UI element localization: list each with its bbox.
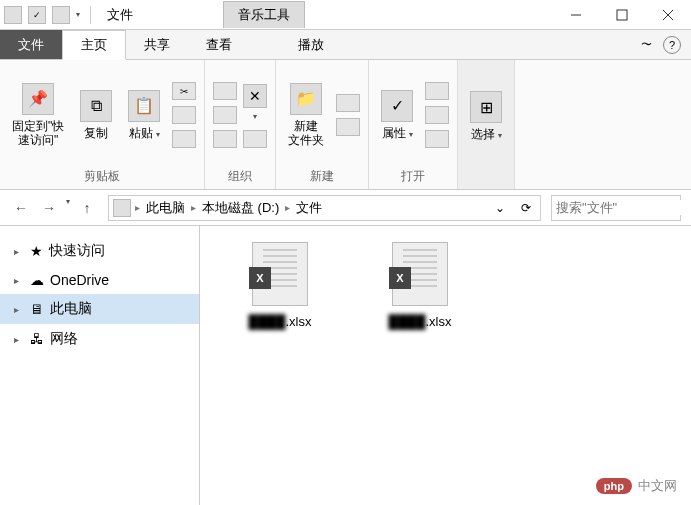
window-controls [553,0,691,30]
chevron-right-icon[interactable]: ▸ [14,246,24,257]
group-organize: ✕ ▾ 组织 [205,60,276,189]
easy-access-icon[interactable] [336,118,360,136]
group-label-organize: 组织 [228,164,252,185]
history-icon[interactable] [425,130,449,148]
ribbon-collapse-icon[interactable]: 〜 [639,38,653,52]
excel-file-icon: X [252,242,308,306]
help-button[interactable]: ? [663,36,681,54]
edit-icon[interactable] [425,106,449,124]
tab-file[interactable]: 文件 [0,30,62,59]
back-button[interactable]: ← [10,197,32,219]
search-box[interactable]: 🔍 [551,195,681,221]
window-title: 文件 [107,6,133,24]
address-dropdown-icon[interactable]: ⌄ [490,198,510,218]
pin-icon: 📌 [22,83,54,115]
chevron-right-icon[interactable]: ▸ [14,334,24,345]
copy-button[interactable]: ⧉ 复制 [76,88,116,142]
svg-rect-1 [617,10,627,20]
qat-checkbox-icon[interactable]: ✓ [28,6,46,24]
file-item[interactable]: X ████.xlsx [230,242,330,330]
excel-badge-icon: X [249,267,271,289]
file-name: ████ [249,314,286,329]
group-label-clipboard: 剪贴板 [84,164,120,185]
sidebar-item-network[interactable]: ▸ 🖧 网络 [0,324,199,354]
group-open: ✓ 属性 ▾ 打开 [369,60,458,189]
group-select: ⊞ 选择 ▾ [458,60,515,189]
excel-file-icon: X [392,242,448,306]
watermark: php 中文网 [596,477,677,495]
forward-button[interactable]: → [38,197,60,219]
file-ext: .xlsx [285,314,311,329]
properties-button[interactable]: ✓ 属性 ▾ [377,88,417,142]
delete-icon: ✕ [243,84,267,108]
folder-icon[interactable] [4,6,22,24]
open-icon[interactable] [425,82,449,100]
qat-item-icon[interactable] [52,6,70,24]
tab-view[interactable]: 查看 [188,30,250,59]
move-to-icon[interactable] [213,82,237,100]
group-label-new: 新建 [310,164,334,185]
ribbon-tabs: 文件 主页 共享 查看 播放 〜 ? [0,30,691,60]
crumb-drive[interactable]: 本地磁盘 (D:) [200,199,281,217]
paste-icon: 📋 [128,90,160,122]
copy-path-icon[interactable] [172,106,196,124]
paste-shortcut-icon[interactable] [172,130,196,148]
file-list[interactable]: X ████.xlsx X ████.xlsx [200,226,691,505]
crumb-folder[interactable]: 文件 [294,199,324,217]
delete-button[interactable]: ✕ ▾ [243,82,267,124]
tab-play[interactable]: 播放 [280,30,342,59]
maximize-icon [616,9,628,21]
maximize-button[interactable] [599,0,645,30]
properties-icon: ✓ [381,90,413,122]
group-label-open: 打开 [401,164,425,185]
pin-button[interactable]: 📌 固定到"快 速访问" [8,81,68,150]
chevron-right-icon[interactable]: ▸ [191,202,196,213]
qat-dropdown-icon[interactable]: ▾ [76,10,80,19]
organize-misc-icon[interactable] [243,130,267,148]
new-folder-button[interactable]: 📁 新建 文件夹 [284,81,328,150]
tab-share[interactable]: 共享 [126,30,188,59]
crumb-pc[interactable]: 此电脑 [144,199,187,217]
ribbon: 📌 固定到"快 速访问" ⧉ 复制 📋 粘贴 ▾ ✂ 剪贴板 [0,60,691,190]
close-button[interactable] [645,0,691,30]
sidebar-item-this-pc[interactable]: ▸ 🖥 此电脑 [0,294,199,324]
monitor-icon: 🖥 [30,301,44,317]
paste-button[interactable]: 📋 粘贴 ▾ [124,88,164,142]
sidebar-item-quick-access[interactable]: ▸ ★ 快速访问 [0,236,199,266]
breadcrumb[interactable]: ▸ 此电脑 ▸ 本地磁盘 (D:) ▸ 文件 ⌄ ⟳ [108,195,541,221]
search-input[interactable] [556,200,691,215]
group-label-select [485,167,488,185]
chevron-right-icon[interactable]: ▸ [14,275,24,286]
refresh-button[interactable]: ⟳ [516,198,536,218]
navigation-sidebar: ▸ ★ 快速访问 ▸ ☁ OneDrive ▸ 🖥 此电脑 ▸ 🖧 网络 [0,226,200,505]
chevron-right-icon[interactable]: ▸ [135,202,140,213]
cloud-icon: ☁ [30,272,44,288]
chevron-right-icon[interactable]: ▸ [14,304,24,315]
up-button[interactable]: ↑ [76,197,98,219]
drive-icon [113,199,131,217]
history-dropdown-icon[interactable]: ▾ [66,197,70,219]
cut-icon[interactable]: ✂ [172,82,196,100]
content-area: ▸ ★ 快速访问 ▸ ☁ OneDrive ▸ 🖥 此电脑 ▸ 🖧 网络 X █… [0,226,691,505]
copy-to-icon[interactable] [213,106,237,124]
minimize-button[interactable] [553,0,599,30]
chevron-down-icon: ▾ [253,112,257,121]
select-button[interactable]: ⊞ 选择 ▾ [466,89,506,143]
group-new: 📁 新建 文件夹 新建 [276,60,369,189]
context-tool-tab[interactable]: 音乐工具 [223,1,305,28]
watermark-badge: php [596,478,632,494]
titlebar: ✓ ▾ 文件 音乐工具 [0,0,691,30]
watermark-text: 中文网 [638,477,677,495]
tab-home[interactable]: 主页 [62,30,126,60]
chevron-down-icon: ▾ [409,130,413,139]
new-folder-icon: 📁 [290,83,322,115]
chevron-down-icon: ▾ [498,131,502,140]
chevron-right-icon[interactable]: ▸ [285,202,290,213]
close-icon [662,9,674,21]
rename-icon[interactable] [213,130,237,148]
new-item-icon[interactable] [336,94,360,112]
star-icon: ★ [30,243,43,259]
copy-icon: ⧉ [80,90,112,122]
sidebar-item-onedrive[interactable]: ▸ ☁ OneDrive [0,266,199,294]
file-item[interactable]: X ████.xlsx [370,242,470,330]
